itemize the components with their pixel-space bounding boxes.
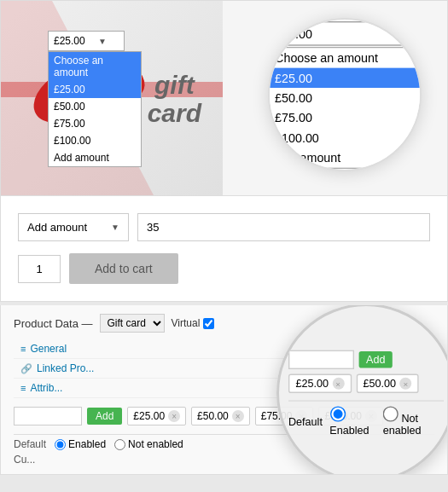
mag-add-row: Add [288, 350, 444, 369]
remove-25-button[interactable]: × [168, 410, 180, 422]
bottom-magnifier: Add £25.00 × £50.00 × Default Enabled [276, 305, 448, 475]
mag-dropdown-list: Choose an amount £25.00 £50.00 £75.00 £1… [268, 46, 422, 168]
small-dropdown-container: £25.00 ▼ Choose an amount £25.00 £50.00 … [48, 31, 125, 51]
mag-add-input[interactable] [288, 350, 354, 369]
mag-enabled-radio[interactable] [329, 406, 345, 421]
mag-dd-75: £75.00 [268, 107, 421, 127]
enabled-label[interactable]: Enabled [55, 438, 106, 450]
add-to-cart-button[interactable]: Add to cart [69, 253, 178, 284]
add-input-row: Add [14, 407, 122, 425]
quantity-input[interactable] [18, 255, 61, 283]
mag-add-button[interactable]: Add [359, 351, 393, 368]
remove-50-button[interactable]: × [232, 410, 244, 422]
dd-item-100[interactable]: £100.00 [49, 132, 141, 149]
magnified-content: £25.00 ▼ Choose an amount £25.00 £50.00 … [268, 21, 422, 169]
amount-tag-25: £25.00 × [127, 407, 186, 425]
gift-text-gift: gift [148, 71, 201, 99]
cart-row: Add to cart [18, 253, 430, 284]
enabled-radio[interactable] [55, 439, 66, 450]
small-amount-select[interactable]: £25.00 ▼ [48, 31, 125, 51]
mag-bottom-content: Add £25.00 × £50.00 × Default Enabled [282, 344, 448, 443]
small-caret-icon: ▼ [98, 37, 107, 46]
amount-row: Add amount ▼ [18, 213, 430, 241]
mag-not-enabled-label[interactable]: Not enabled [383, 406, 444, 436]
add-amount-button[interactable]: Add [87, 408, 122, 425]
virtual-checkbox-row: Virtual [172, 317, 215, 329]
mag-dd-choose: Choose an amount [268, 48, 421, 67]
mag-enabled-label[interactable]: Enabled [329, 406, 375, 436]
mag-select-box: £25.00 ▼ [268, 21, 422, 46]
dd-item-50[interactable]: £50.00 [49, 98, 141, 115]
not-enabled-radio[interactable] [114, 439, 125, 450]
dd-item-25[interactable]: £25.00 [49, 81, 141, 98]
new-amount-input[interactable] [14, 407, 82, 425]
mag-amounts-row: £25.00 × £50.00 × [288, 374, 444, 393]
magnified-dropdown-overlay: £25.00 ▼ Choose an amount £25.00 £50.00 … [268, 18, 422, 171]
mag-dd-100: £100.00 [268, 127, 421, 147]
dd-item-75[interactable]: £75.00 [49, 115, 141, 132]
mag-not-enabled-radio[interactable] [383, 406, 399, 421]
product-type-select[interactable]: Gift card [100, 314, 165, 333]
mag-divider [288, 400, 444, 401]
amount-input-field[interactable] [137, 213, 430, 241]
mag-remove-50[interactable]: × [399, 378, 411, 390]
mag-tag-25: £25.00 × [288, 374, 352, 393]
dd-item-choose[interactable]: Choose an amount [49, 52, 141, 81]
amount-caret-icon: ▼ [111, 223, 119, 232]
add-to-cart-section: Add amount ▼ Add to cart [0, 196, 448, 302]
dd-item-add[interactable]: Add amount [49, 149, 141, 166]
virtual-checkbox[interactable] [203, 318, 214, 329]
gift-card-section: gift card £25.00 ▼ Choose an amount £25.… [0, 0, 448, 196]
product-data-section: Product Data — Gift card Virtual ≡ Gener… [0, 305, 448, 475]
attrib-icon: ≡ [20, 383, 26, 393]
mag-dd-add: Add amount [268, 148, 421, 167]
small-dropdown-list: Choose an amount £25.00 £50.00 £75.00 £1… [48, 51, 142, 167]
amount-tag-50: £50.00 × [191, 407, 250, 425]
linked-icon: 🔗 [20, 363, 32, 374]
mag-remove-25[interactable]: × [332, 378, 344, 390]
gift-text-card: card [148, 99, 201, 127]
mag-tag-50: £50.00 × [356, 374, 419, 393]
mag-dd-25: £25.00 [268, 67, 421, 87]
mag-caret-icon: ▼ [404, 27, 415, 39]
general-icon: ≡ [20, 344, 26, 354]
amount-dropdown[interactable]: Add amount ▼ [18, 213, 129, 241]
not-enabled-label[interactable]: Not enabled [114, 438, 183, 450]
mag-enabled-row: Default Enabled Not enabled [288, 406, 444, 436]
mag-dd-50: £50.00 [268, 88, 421, 107]
